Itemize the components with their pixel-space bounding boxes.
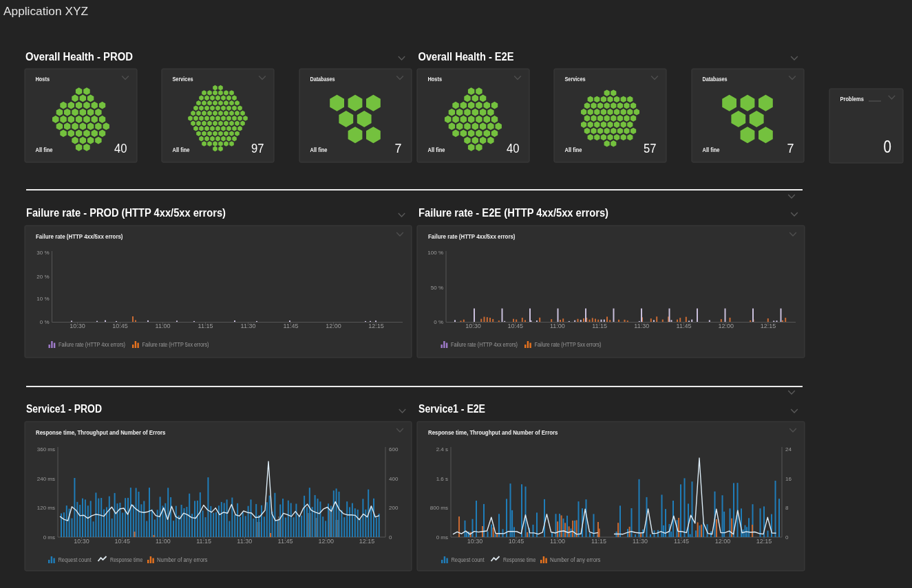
svg-text:2.4 s: 2.4 s [436,446,448,453]
svg-text:Failure rate - E2E (HTTP 4xx/5: Failure rate - E2E (HTTP 4xx/5xx errors) [418,207,608,219]
svg-text:240 ms: 240 ms [37,476,55,482]
svg-text:40: 40 [114,142,127,155]
svg-text:Number of any errors: Number of any errors [157,556,208,563]
svg-text:Request count: Request count [452,556,485,563]
svg-text:All fine: All fine [173,146,190,153]
svg-text:360 ms: 360 ms [37,446,55,453]
svg-text:Response time: Response time [503,556,536,563]
svg-text:All fine: All fine [310,146,328,153]
svg-text:400: 400 [389,476,399,482]
svg-text:600: 600 [389,446,399,453]
svg-text:0 %: 0 % [40,319,50,325]
svg-text:7: 7 [787,142,794,155]
svg-text:Application XYZ: Application XYZ [3,5,88,18]
svg-text:120 ms: 120 ms [37,505,55,511]
svg-text:Service1 - E2E: Service1 - E2E [418,403,485,415]
svg-text:57: 57 [644,142,657,155]
svg-text:Hosts: Hosts [428,76,443,83]
svg-text:0 ms: 0 ms [436,534,448,541]
svg-text:200: 200 [389,505,399,511]
svg-text:Request count: Request count [59,556,92,563]
svg-text:97: 97 [251,142,264,155]
svg-text:Databases: Databases [310,76,335,83]
svg-text:800 ms: 800 ms [430,505,448,511]
svg-text:30 %: 30 % [36,250,49,256]
svg-text:Response time, Throughput and: Response time, Throughput and Number of … [428,429,558,436]
svg-text:Number of any errors: Number of any errors [550,556,601,563]
svg-text:Failure rate - PROD (HTTP 4xx/: Failure rate - PROD (HTTP 4xx/5xx errors… [26,207,226,219]
svg-text:0: 0 [884,137,892,156]
svg-text:Failure rate (HTTP 4xx errors): Failure rate (HTTP 4xx errors) [451,341,518,348]
svg-text:All fine: All fine [703,146,720,153]
svg-text:Overall Health - E2E: Overall Health - E2E [418,51,514,63]
svg-text:All fine: All fine [565,146,582,153]
svg-text:0: 0 [389,534,392,541]
svg-text:Overall Health - PROD: Overall Health - PROD [25,51,133,63]
svg-text:40: 40 [507,142,520,155]
svg-text:16: 16 [785,476,792,482]
svg-text:Response time, Throughput and: Response time, Throughput and Number of … [36,429,166,436]
svg-text:Services: Services [173,76,193,83]
svg-text:Hosts: Hosts [36,76,50,83]
svg-text:Failure rate (HTTP 4xx/5xx err: Failure rate (HTTP 4xx/5xx errors) [428,233,516,240]
svg-text:Response time: Response time [110,556,143,563]
svg-text:10 %: 10 % [36,296,49,302]
svg-text:Failure rate (HTTP 5xx errors): Failure rate (HTTP 5xx errors) [535,341,602,348]
svg-text:100 %: 100 % [427,250,443,256]
svg-text:20 %: 20 % [36,274,49,280]
svg-text:Databases: Databases [703,76,728,83]
svg-text:7: 7 [395,142,402,155]
svg-text:All fine: All fine [36,146,53,153]
svg-text:Failure rate (HTTP 4xx errors): Failure rate (HTTP 4xx errors) [59,341,125,348]
svg-text:Problems: Problems [840,96,865,102]
svg-text:All fine: All fine [428,146,445,153]
svg-text:8: 8 [785,505,789,511]
svg-text:Failure rate (HTTP 4xx/5xx err: Failure rate (HTTP 4xx/5xx errors) [36,233,123,240]
svg-text:Services: Services [565,76,586,83]
svg-text:0: 0 [785,534,789,541]
svg-text:0 ms: 0 ms [43,534,55,541]
svg-text:0 %: 0 % [434,319,443,325]
svg-text:Failure rate (HTTP 5xx errors): Failure rate (HTTP 5xx errors) [142,341,209,348]
svg-text:1.6 s: 1.6 s [436,476,448,482]
svg-text:Service1 - PROD: Service1 - PROD [26,403,102,415]
svg-text:24: 24 [785,446,792,453]
svg-text:50 %: 50 % [431,285,443,291]
